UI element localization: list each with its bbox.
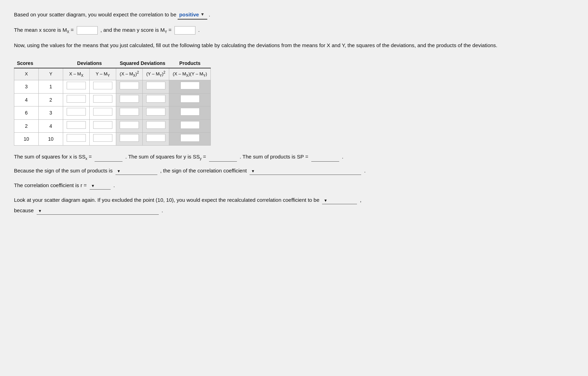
cell-product[interactable] [169,80,211,93]
corr-arrow: ▼ [91,183,95,189]
instructions-section: Now, using the values for the means that… [14,41,574,50]
mean-y-eq: = [169,27,173,33]
line1: Based on your scatter diagram, you would… [14,10,574,20]
sp-input[interactable] [311,155,339,162]
mean-y-before: , and the mean y score is M [101,27,165,33]
ssy-sub: y [200,157,202,161]
cell-y-my[interactable] [90,93,116,106]
cell-y-my[interactable] [90,80,116,93]
sums-section: The sum of squares for x is SSx = . The … [14,153,574,162]
ssx-sub: x [85,157,87,161]
mean-line: The mean x score is MX = , and the mean … [14,26,574,35]
scatter-section: Look at your scatter diagram again. If y… [14,196,574,215]
cell-xmx2[interactable] [116,119,143,132]
col-xmx2: (X – MX)2 [116,68,143,80]
sign-mid: , the sign of the correlation coefficien… [160,168,247,174]
cell-x-mx[interactable] [63,119,90,132]
col-ymy: Y – MY [90,68,116,80]
cell-x-mx[interactable] [63,106,90,119]
cell-ymy2[interactable] [143,132,169,145]
mean-y-end: . [198,27,200,33]
my-input[interactable] [174,26,195,35]
line1-after: . [209,12,210,17]
recalc-dropdown[interactable]: ▼ [322,197,357,204]
sign-dropdown[interactable]: ▼ [116,168,157,175]
col-xmx: X – MX [63,68,90,80]
cell-y-my[interactable] [90,106,116,119]
my-sub: Y [165,30,167,34]
cell-ymy2[interactable] [143,80,169,93]
cell-y-my[interactable] [90,119,116,132]
corr-sign-arrow: ▼ [251,168,255,175]
cell-product[interactable] [169,132,211,145]
table-section: Scores Deviations Squared Deviations Pro… [14,58,574,146]
sign-line: Because the sign of the sum of products … [14,167,574,175]
table-body: 314263241010 [14,80,211,146]
table-row: 1010 [14,132,211,145]
table-row: 63 [14,106,211,119]
ssy-label: . The sum of squares for y is SS [125,154,200,160]
sign-before: Because the sign of the sum of products … [14,168,113,174]
col-ymy2: (Y – MY)2 [143,68,169,80]
cell-x-mx[interactable] [63,80,90,93]
cell-x: 3 [14,80,39,93]
cell-x-mx[interactable] [63,132,90,145]
recalc-arrow: ▼ [323,198,327,204]
corr-before: The correlation coefficient is r = [14,182,87,188]
ssx-label: The sum of squares for x is SS [14,154,85,160]
sign-section: Because the sign of the sum of products … [14,167,574,175]
sp-end: . [342,154,343,160]
cell-product[interactable] [169,93,211,106]
cell-x-mx[interactable] [63,93,90,106]
cell-product[interactable] [169,106,211,119]
cell-ymy2[interactable] [143,106,169,119]
corr-end: . [113,182,115,188]
cell-ymy2[interactable] [143,119,169,132]
table-header-group: Scores Deviations Squared Deviations Pro… [14,58,211,68]
dropdown-arrow: ▼ [200,11,204,18]
cell-y-my[interactable] [90,132,116,145]
corr-sign-dropdown[interactable]: ▼ [250,168,361,175]
corr-section: The correlation coefficient is r = ▼ . [14,181,574,190]
ssx-eq: = [89,154,93,160]
table-row: 24 [14,119,211,132]
cell-y: 10 [39,132,63,145]
because-label: because [14,207,34,213]
because-end: . [162,207,163,213]
cell-xmx2[interactable] [116,80,143,93]
because-dropdown[interactable]: ▼ [37,208,159,215]
col-y: Y [39,68,63,80]
cell-xmx2[interactable] [116,106,143,119]
sp-label: . The sum of products is SP = [240,154,308,160]
cell-x: 4 [14,93,39,106]
corr-line: The correlation coefficient is r = ▼ . [14,181,574,190]
cell-xmx2[interactable] [116,93,143,106]
cell-x: 2 [14,119,39,132]
sums-line: The sum of squares for x is SSx = . The … [14,153,574,162]
scores-header: Scores [14,58,63,68]
instructions-text: Now, using the values for the means that… [14,41,574,50]
sign-end: . [364,168,366,174]
corr-dropdown[interactable]: ▼ [90,183,111,190]
cell-xmx2[interactable] [116,132,143,145]
squared-deviations-header: Squared Deviations [116,58,169,68]
col-x: X [14,68,39,80]
cell-ymy2[interactable] [143,93,169,106]
mx-input[interactable] [77,26,98,35]
positive-dropdown[interactable]: positive ▼ [178,10,207,20]
deviations-header: Deviations [63,58,116,68]
scatter-before: Look at your scatter diagram again. If y… [14,197,319,203]
cell-y: 1 [39,80,63,93]
products-header: Products [169,58,211,68]
because-arrow: ▼ [38,208,42,214]
sign-arrow: ▼ [117,168,121,175]
cell-product[interactable] [169,119,211,132]
table-row: 42 [14,93,211,106]
cell-y: 3 [39,106,63,119]
ssx-input[interactable] [95,155,122,162]
ssy-input[interactable] [209,155,237,162]
ssy-eq: = [203,154,208,160]
intro-section: Based on your scatter diagram, you would… [14,10,574,20]
scatter-end: , [360,197,362,203]
cell-x: 6 [14,106,39,119]
